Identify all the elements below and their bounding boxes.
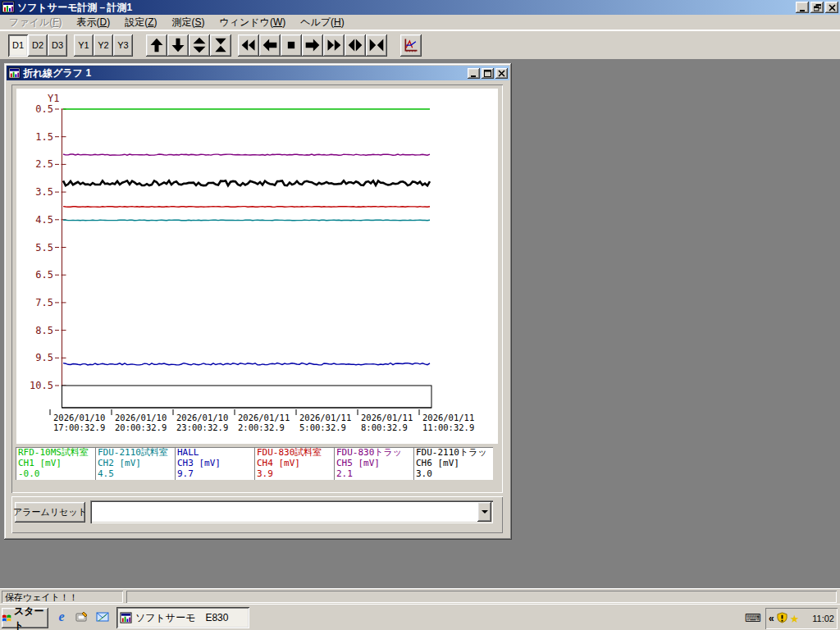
legend-cell-ch1: RFD-10MS試料室 CH1 [mV] -0.0 [16,447,95,480]
status-panel-2 [126,591,837,603]
chevron-down-icon [482,510,488,514]
svg-text:2026/01/11: 2026/01/11 [238,413,290,422]
y3-button[interactable]: Y3 [113,34,133,57]
svg-text:10.5: 10.5 [30,380,53,391]
graph-minimize-button[interactable] [468,68,480,79]
d2-button[interactable]: D2 [28,34,48,57]
legend-cell-ch3: HALL CH3 [mV] 9.7 [175,447,254,480]
channel-value: 3.9 [257,468,331,479]
fast-forward-button[interactable] [323,34,345,57]
expand-x-button[interactable] [345,34,366,57]
svg-text:2026/01/10: 2026/01/10 [176,413,228,422]
legend-cell-ch6: FDU-2110トラッ CH6 [mV] 3.0 [413,447,493,480]
compress-y-button[interactable] [210,34,231,57]
start-button[interactable]: スタート [2,608,48,628]
keyboard-icon[interactable]: ⌨ [745,611,761,624]
sensor-name: FDU-2110トラッ [416,447,491,458]
legend-cell-ch5: FDU-830トラッ CH5 [mV] 2.1 [334,447,413,480]
pan-left-button[interactable] [259,34,281,57]
menu-help[interactable]: ヘルプ(H) [293,14,352,31]
graph-maximize-button[interactable] [482,68,494,79]
channel-value: 2.1 [336,468,411,479]
menu-measure[interactable]: 測定(S) [164,14,212,31]
channel-label: CH5 [mV] [336,458,411,468]
rewind-button[interactable] [238,34,259,57]
sensor-name: FDU-830トラッ [336,447,411,458]
channel-value: -0.0 [18,468,93,479]
menu-settings[interactable]: 設定(Z) [117,14,164,31]
line-chart: Y10.51.52.53.54.55.56.57.58.59.510.52026… [16,89,498,444]
statusbar: 保存ウェイト！！ [0,588,840,604]
start-label: スタート [14,605,48,630]
menu-file[interactable]: ファイル(F) [2,14,69,31]
y2-button[interactable]: Y2 [94,34,113,57]
channel-label: CH6 [mV] [416,458,491,468]
sensor-name: FDU-2110試料室 [98,447,172,458]
app-title: ソフトサーモ計測－計測1 [17,1,794,15]
task-label: ソフトサーモ E830 [135,611,228,625]
svg-text:2026/01/11: 2026/01/11 [299,413,351,422]
compress-x-button[interactable] [366,34,387,57]
menu-window[interactable]: ウィンドウ(W) [212,14,294,31]
pan-down-button[interactable] [167,34,189,57]
d3-button[interactable]: D3 [48,34,67,57]
channel-value: 3.0 [416,468,491,479]
svg-text:6.5: 6.5 [35,269,53,281]
pan-up-button[interactable] [146,34,167,57]
tray-clock[interactable]: 11:02 [812,614,834,623]
graph-window-client: Y10.51.52.53.54.55.56.57.58.59.510.52026… [7,80,509,537]
taskbar-task-softthermo[interactable]: ソフトサーモ E830 [116,607,249,628]
internet-explorer-icon[interactable]: e [54,609,69,624]
svg-text:2026/01/11: 2026/01/11 [422,413,474,422]
quick-launch: e [54,609,110,624]
channel-label: CH1 [mV] [18,458,93,468]
tray-collapse-chevron[interactable]: « [769,613,774,624]
task-app-icon [120,612,132,624]
legend-cell-ch2: FDU-2110試料室 CH2 [mV] 4.5 [95,447,175,480]
restore-button[interactable] [810,2,824,13]
graph-close-button[interactable] [495,68,508,79]
svg-text:2.5: 2.5 [35,158,53,170]
svg-text:3.5: 3.5 [35,186,53,198]
sensor-name: FDU-830試料室 [257,447,331,458]
graph-window-icon [8,67,21,80]
mdi-client-area: 折れ線グラフ 1 Y10.51.52.53.54.55.56.57.58.59.… [0,59,840,588]
security-shield-icon[interactable] [777,612,788,626]
d1-button[interactable]: D1 [8,34,28,57]
svg-text:0.5: 0.5 [35,103,53,115]
app-titlebar: ソフトサーモ計測－計測1 [0,0,840,15]
svg-text:23:00:32.9: 23:00:32.9 [176,422,228,432]
graph-display-button[interactable] [400,34,422,57]
app-icon [2,1,15,14]
menu-view[interactable]: 表示(D) [69,14,117,31]
legend-cell-ch4: FDU-830試料室 CH4 [mV] 3.9 [254,447,334,480]
alarm-reset-button[interactable]: アラームリセット [15,502,85,523]
close-button[interactable] [825,2,838,13]
sensor-name: HALL [177,447,252,458]
graph-panel: Y10.51.52.53.54.55.56.57.58.59.510.52026… [11,84,503,493]
alarm-combobox[interactable] [90,500,493,523]
show-desktop-icon[interactable] [75,609,89,624]
channel-label: CH4 [mV] [257,458,331,468]
pan-right-button[interactable] [302,34,323,57]
outlook-express-icon[interactable] [95,609,110,624]
sensor-name: RFD-10MS試料室 [18,447,93,458]
svg-text:1.5: 1.5 [35,131,53,143]
status-message: 保存ウェイト！！ [2,591,123,603]
system-tray: « ★ 11:02 [765,608,838,629]
graph-window-titlebar[interactable]: 折れ線グラフ 1 [7,66,509,80]
menubar: ファイル(F) 表示(D) 設定(Z) 測定(S) ウィンドウ(W) ヘルプ(H… [0,15,840,30]
svg-text:2026/01/10: 2026/01/10 [53,413,105,422]
graph-window-title: 折れ線グラフ 1 [23,66,466,80]
stop-button[interactable] [281,34,302,57]
expand-y-button[interactable] [189,34,210,57]
svg-text:2026/01/11: 2026/01/11 [361,413,413,422]
y1-button[interactable]: Y1 [74,34,94,57]
alarm-combobox-dropdown-button[interactable] [477,502,491,522]
minimize-button[interactable] [796,2,809,13]
alarm-combobox-input[interactable] [92,502,477,522]
channel-legend: RFD-10MS試料室 CH1 [mV] -0.0 FDU-2110試料室 CH… [16,447,493,480]
favorites-star-icon[interactable]: ★ [790,613,800,625]
svg-text:20:00:32.9: 20:00:32.9 [115,422,167,432]
svg-text:9.5: 9.5 [35,352,53,363]
